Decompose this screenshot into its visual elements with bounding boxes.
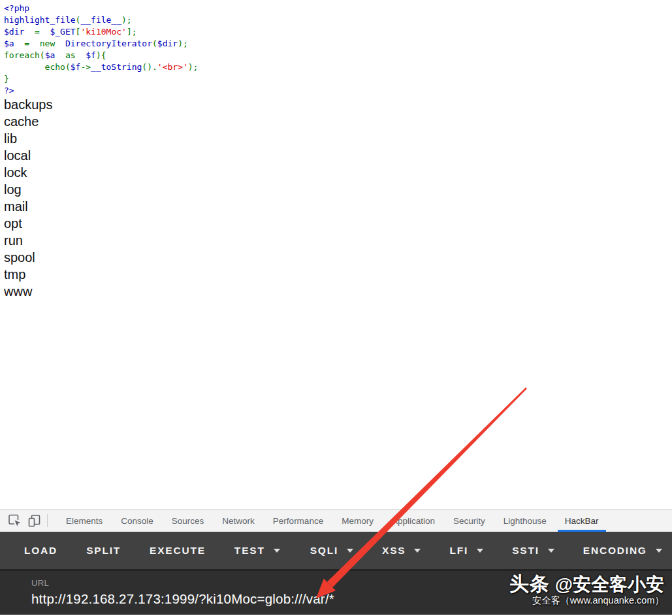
- tab-application[interactable]: Application: [383, 510, 444, 532]
- hackbar-load-button[interactable]: LOAD: [10, 532, 72, 569]
- tab-security[interactable]: Security: [444, 510, 494, 532]
- code-line: ?>: [4, 85, 198, 97]
- hackbar-ssti-button[interactable]: SSTI: [498, 532, 569, 569]
- watermark-site: 安全客（www.anquanke.com）: [509, 596, 664, 606]
- devtools-tabs: ElementsConsoleSourcesNetworkPerformance…: [57, 510, 608, 532]
- directory-entry: backups: [4, 96, 53, 113]
- button-label: SQLI: [310, 545, 338, 557]
- hackbar-toolbar: LOADSPLITEXECUTETESTSQLIXSSLFISSTIENCODI…: [0, 532, 672, 571]
- button-label: LFI: [449, 545, 468, 557]
- button-label: XSS: [382, 545, 406, 557]
- button-label: SSTI: [512, 545, 539, 557]
- directory-entry: log: [4, 181, 53, 198]
- directory-entry: lock: [4, 164, 53, 181]
- devtools-panel: ElementsConsoleSourcesNetworkPerformance…: [0, 509, 672, 616]
- code-line: foreach($a as $f){: [4, 50, 198, 61]
- code-line: highlight_file(__file__);: [4, 14, 198, 26]
- devtools-toolbar-icons: [0, 510, 50, 532]
- hackbar-encoding-button[interactable]: ENCODING: [569, 532, 672, 569]
- code-line: }: [4, 73, 198, 85]
- hackbar-lfi-button[interactable]: LFI: [435, 532, 498, 569]
- chevron-down-icon: [656, 549, 662, 553]
- code-line: <?php: [4, 3, 198, 14]
- chevron-down-icon: [548, 549, 554, 553]
- watermark-title: 头条 @安全客小安: [509, 574, 664, 594]
- watermark-brand: 头条: [509, 573, 550, 594]
- inspect-element-icon[interactable]: [5, 512, 25, 529]
- tabbar-separator: [47, 514, 48, 527]
- tab-network[interactable]: Network: [213, 510, 264, 532]
- url-field-label: URL: [31, 578, 49, 588]
- code-line: echo($f->__toString().'<br>');: [4, 61, 198, 73]
- tab-lighthouse[interactable]: Lighthouse: [494, 510, 556, 532]
- hackbar-split-button[interactable]: SPLIT: [72, 532, 135, 569]
- directory-entry: cache: [4, 113, 53, 130]
- hackbar-test-button[interactable]: TEST: [220, 532, 295, 569]
- browser-window: <?phphighlight_file(__file__);$dir = $_G…: [0, 0, 672, 616]
- directory-entry: local: [4, 147, 53, 164]
- directory-entry: lib: [4, 130, 53, 147]
- chevron-down-icon: [347, 549, 353, 553]
- hackbar-sqli-button[interactable]: SQLI: [296, 532, 368, 569]
- url-field-value[interactable]: http://192.168.27.173:1999/?ki10Moc=glob…: [31, 591, 334, 607]
- directory-listing: backupscacheliblocallocklogmailoptrunspo…: [4, 96, 53, 300]
- devtools-tabbar: ElementsConsoleSourcesNetworkPerformance…: [0, 509, 672, 532]
- directory-entry: mail: [4, 198, 53, 215]
- php-source-code: <?phphighlight_file(__file__);$dir = $_G…: [4, 3, 198, 97]
- chevron-down-icon: [477, 549, 483, 553]
- button-label: EXECUTE: [150, 545, 206, 557]
- button-label: TEST: [234, 545, 265, 557]
- tab-hackbar[interactable]: HackBar: [556, 510, 608, 532]
- directory-entry: tmp: [4, 266, 53, 283]
- hackbar-xss-button[interactable]: XSS: [368, 532, 435, 569]
- directory-entry: run: [4, 232, 53, 249]
- code-line: $a = new DirectoryIterator($dir);: [4, 38, 198, 50]
- tab-sources[interactable]: Sources: [163, 510, 214, 532]
- button-label: SPLIT: [86, 545, 121, 557]
- hackbar-execute-button[interactable]: EXECUTE: [135, 532, 220, 569]
- button-label: ENCODING: [583, 545, 647, 557]
- tab-elements[interactable]: Elements: [57, 510, 112, 532]
- watermark: 头条 @安全客小安 安全客（www.anquanke.com）: [509, 574, 664, 606]
- tab-memory[interactable]: Memory: [332, 510, 383, 532]
- tab-console[interactable]: Console: [112, 510, 163, 532]
- tab-performance[interactable]: Performance: [264, 510, 332, 532]
- chevron-down-icon: [274, 549, 280, 553]
- chevron-down-icon: [414, 549, 421, 553]
- watermark-handle: @安全客小安: [550, 574, 664, 594]
- hackbar-url-panel: URL http://192.168.27.173:1999/?ki10Moc=…: [0, 571, 672, 615]
- directory-entry: www: [4, 283, 53, 300]
- code-line: $dir = $_GET['ki10Moc'];: [4, 26, 198, 38]
- directory-entry: opt: [4, 215, 53, 232]
- button-label: LOAD: [24, 545, 57, 557]
- directory-entry: spool: [4, 249, 53, 266]
- device-toolbar-icon[interactable]: [25, 512, 44, 529]
